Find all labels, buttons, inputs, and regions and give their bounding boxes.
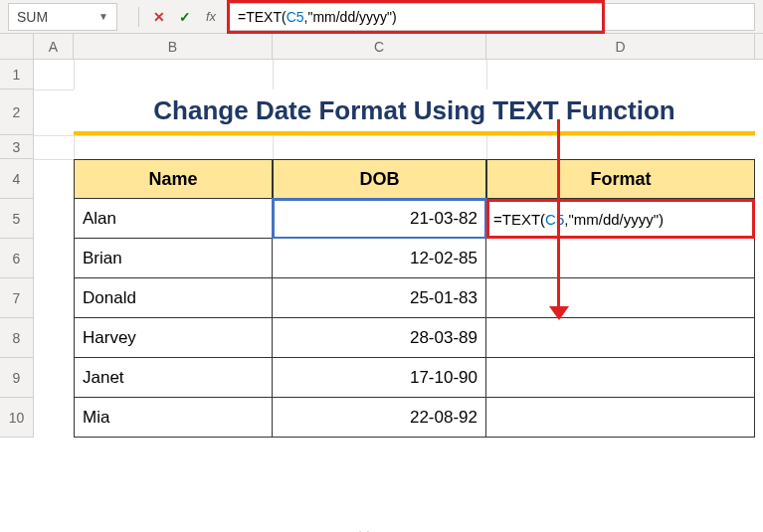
row-header-5[interactable]: 5 (0, 199, 34, 239)
cell-name[interactable]: Donald (74, 278, 273, 318)
spreadsheet-grid: A B C D 1 2 3 4 5 6 7 8 9 10 Change Date… (0, 34, 763, 438)
cell-d5[interactable]: =TEXT(C5,"mm/dd/yyyy") (486, 199, 755, 239)
cell-format[interactable] (486, 318, 755, 358)
table-row: Harvey 28-03-89 (74, 318, 755, 358)
cell-dob[interactable]: 12-02-85 (273, 239, 486, 278)
cell-format[interactable] (486, 278, 755, 318)
row-header-6[interactable]: 6 (0, 239, 34, 278)
row-header-7[interactable]: 7 (0, 278, 34, 318)
cell-format[interactable] (486, 358, 755, 398)
table-row: Mia 22-08-92 (74, 398, 755, 438)
col-header-B[interactable]: B (74, 34, 273, 59)
gridline (34, 135, 755, 136)
column-headers: A B C D (0, 34, 763, 60)
formula-controls: ✕ ✓ fx (132, 5, 223, 29)
data-table: Name DOB Format Alan 21-03-82 =TEXT(C5,"… (74, 159, 755, 438)
table-row: Alan 21-03-82 =TEXT(C5,"mm/dd/yyyy") (74, 199, 755, 239)
cancel-icon[interactable]: ✕ (147, 5, 171, 29)
cell-name[interactable]: Brian (74, 239, 273, 278)
cell-c5[interactable]: 21-03-82 (273, 199, 486, 239)
row-header-9[interactable]: 9 (0, 358, 34, 398)
table-row: Donald 25-01-83 (74, 278, 755, 318)
cell-name[interactable]: Alan (74, 199, 273, 239)
col-header-C[interactable]: C (273, 34, 486, 59)
table-header-row: Name DOB Format (74, 159, 755, 199)
cell-format[interactable] (486, 239, 755, 278)
row-header-4[interactable]: 4 (0, 159, 34, 199)
select-all-corner[interactable] (0, 34, 34, 59)
formula-bar[interactable]: =TEXT(C5,"mm/dd/yyyy") (229, 3, 755, 31)
header-dob[interactable]: DOB (273, 159, 486, 199)
formula-bar-row: SUM ▼ ✕ ✓ fx =TEXT(C5,"mm/dd/yyyy") (0, 0, 763, 34)
cell-dob[interactable]: 17-10-90 (273, 358, 486, 398)
cell-name[interactable]: Mia (74, 398, 273, 438)
formula-text: =TEXT(C5,"mm/dd/yyyy") (238, 9, 397, 25)
row-header-8[interactable]: 8 (0, 318, 34, 358)
cell-name[interactable]: Harvey (74, 318, 273, 358)
row-header-3[interactable]: 3 (0, 135, 34, 159)
sheet-title[interactable]: Change Date Format Using TEXT Function (74, 89, 755, 135)
table-row: Janet 17-10-90 (74, 358, 755, 398)
col-header-A[interactable]: A (34, 34, 74, 59)
row-header-10[interactable]: 10 (0, 398, 34, 438)
name-box[interactable]: SUM ▼ (8, 3, 117, 31)
cell-dob[interactable]: 28-03-89 (273, 318, 486, 358)
name-box-value: SUM (17, 9, 48, 25)
row-headers: 1 2 3 4 5 6 7 8 9 10 (0, 60, 34, 438)
table-row: Brian 12-02-85 (74, 239, 755, 278)
cell-dob[interactable]: 22-08-92 (273, 398, 486, 438)
header-name[interactable]: Name (74, 159, 273, 199)
cells-area[interactable]: Change Date Format Using TEXT Function N… (34, 60, 755, 438)
enter-icon[interactable]: ✓ (173, 5, 197, 29)
cell-dob[interactable]: 25-01-83 (273, 278, 486, 318)
col-header-D[interactable]: D (486, 34, 755, 59)
divider (138, 7, 139, 27)
row-header-2[interactable]: 2 (0, 89, 34, 135)
fx-icon[interactable]: fx (199, 5, 223, 29)
cell-format[interactable] (486, 398, 755, 438)
chevron-down-icon[interactable]: ▼ (98, 11, 108, 22)
arrow-head-icon (549, 306, 569, 320)
header-format[interactable]: Format (486, 159, 755, 199)
row-header-1[interactable]: 1 (0, 60, 34, 89)
cell-name[interactable]: Janet (74, 358, 273, 398)
annotation-arrow (557, 119, 560, 314)
